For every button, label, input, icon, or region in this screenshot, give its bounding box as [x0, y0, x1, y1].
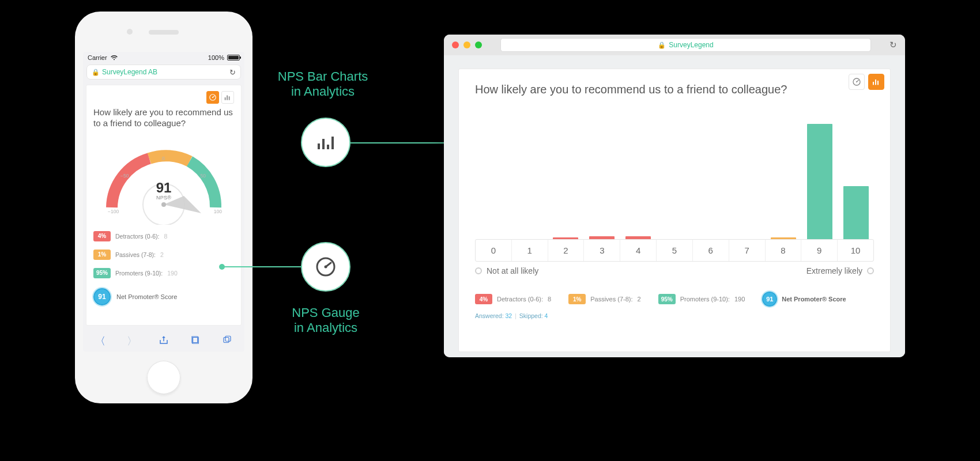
tabs-icon[interactable]	[222, 335, 232, 348]
legend-promoters: 95% Promoters (9-10): 190	[93, 268, 234, 278]
browser-address-bar[interactable]: 🔒 SurveyLegend	[500, 38, 871, 52]
bar	[807, 124, 832, 239]
nps-badge: 91	[93, 288, 111, 305]
passives-count: 2	[638, 296, 641, 303]
gauge-tick: 0	[162, 156, 165, 161]
bar-icon	[224, 93, 232, 101]
svg-rect-3	[227, 96, 228, 100]
detractors-pct-badge: 4%	[93, 231, 111, 241]
promoters-pct-badge: 95%	[93, 268, 111, 278]
phone-screen: Carrier 100% 🔒 SurveyLegend AB ↻	[83, 52, 244, 352]
promoters-label: Promoters (9-10):	[680, 296, 730, 303]
bar-toggle-button[interactable]	[221, 91, 234, 104]
bar-col	[801, 124, 838, 239]
bar-col	[584, 236, 620, 239]
anchor-left: Not at all likely	[487, 266, 538, 275]
promoters-count: 190	[734, 296, 745, 303]
minimize-dot[interactable]	[463, 41, 470, 48]
detractors-pct-badge: 4%	[475, 294, 492, 304]
lock-icon: 🔒	[658, 41, 666, 49]
zoom-dot[interactable]	[475, 41, 482, 48]
question-text: How likely are you to recommend us to a …	[475, 83, 874, 96]
nps-score-label: NPS®	[97, 195, 230, 201]
anchor-right: Extremely likely	[806, 266, 862, 275]
back-icon[interactable]: 〈	[95, 334, 105, 348]
reload-icon[interactable]: ↻	[889, 40, 897, 50]
gauge-tick: −100	[108, 209, 119, 214]
detractors-count: 8	[548, 296, 551, 303]
nps-badge-label: Net Promoter® Score	[782, 296, 846, 303]
svg-rect-8	[224, 337, 229, 342]
axis-tick: 2	[548, 240, 584, 261]
radio-icon	[475, 267, 482, 274]
bar-col	[765, 237, 801, 239]
axis-tick: 0	[476, 240, 511, 261]
gauge-tick: 100	[214, 209, 222, 214]
gauge-icon	[852, 77, 861, 86]
gauge-toggle-button[interactable]	[849, 74, 865, 90]
axis-tick: 8	[765, 240, 801, 261]
bar-col	[548, 237, 584, 239]
promoters-label: Promoters (9-10):	[115, 270, 163, 277]
safari-toolbar: 〈 〉	[83, 328, 244, 352]
svg-rect-9	[225, 336, 231, 341]
nps-badge: 91	[762, 292, 777, 307]
bubble-bar-chart	[301, 118, 350, 167]
nps-badge-label: Net Promoter® Score	[116, 293, 177, 300]
axis-tick: 6	[692, 240, 729, 261]
bar-axis: 012345678910	[475, 239, 874, 262]
gauge-icon	[209, 93, 217, 101]
skipped-count: 4	[545, 312, 548, 319]
axis-tick: 7	[729, 240, 765, 261]
passives-label: Passives (7-8):	[115, 251, 156, 258]
bar	[553, 237, 578, 239]
phone-camera-dot	[127, 29, 133, 35]
radio-icon	[867, 267, 874, 274]
nps-gauge: −100 −50 0 50 100 91 NPS®	[97, 133, 230, 225]
carrier-label: Carrier	[88, 54, 107, 61]
lock-icon: 🔒	[92, 69, 100, 76]
passives-pct-badge: 1%	[568, 294, 586, 304]
legend-passives: 1% Passives (7-8): 2	[93, 250, 234, 260]
reload-icon[interactable]: ↻	[229, 68, 236, 77]
svg-rect-20	[877, 81, 879, 85]
bar	[625, 236, 651, 239]
skipped-label: Skipped:	[519, 312, 543, 319]
nps-summary: 91 Net Promoter® Score	[93, 288, 234, 305]
svg-point-17	[856, 81, 857, 82]
phone-address-bar[interactable]: 🔒 SurveyLegend AB ↻	[86, 65, 241, 80]
svg-rect-13	[331, 137, 334, 149]
scale-anchors: Not at all likely Extremely likely	[475, 266, 874, 275]
axis-tick: 10	[837, 240, 873, 261]
passives-count: 2	[160, 251, 164, 258]
axis-tick: 9	[801, 240, 837, 261]
home-button[interactable]	[147, 361, 180, 394]
gauge-tick: 50	[201, 173, 206, 179]
axis-tick: 4	[620, 240, 656, 261]
share-icon[interactable]	[159, 335, 169, 348]
bar	[589, 236, 615, 239]
svg-point-15	[325, 266, 327, 269]
axis-tick: 5	[656, 240, 692, 261]
close-dot[interactable]	[452, 41, 459, 48]
label-bar-title: NPS Bar Charts in Analytics	[259, 69, 386, 100]
bar-col	[838, 186, 874, 239]
bookmarks-icon[interactable]	[190, 335, 201, 348]
detractors-label: Detractors (0-6):	[115, 233, 159, 240]
wifi-icon	[110, 55, 118, 61]
svg-rect-18	[873, 82, 874, 85]
traffic-lights	[452, 41, 482, 48]
gauge-toggle-button[interactable]	[206, 91, 219, 104]
gauge-icon	[313, 254, 338, 279]
legend-passives: 1% Passives (7-8): 2	[568, 294, 640, 304]
battery-pct: 100%	[208, 54, 224, 61]
battery-icon	[227, 55, 240, 61]
svg-rect-19	[875, 80, 876, 85]
bar-toggle-button[interactable]	[868, 74, 884, 90]
bubble-gauge	[301, 242, 350, 292]
browser-url: SurveyLegend	[669, 41, 713, 49]
phone-statusbar: Carrier 100%	[83, 52, 244, 62]
axis-tick: 1	[511, 240, 548, 261]
bar	[771, 237, 796, 239]
response-counts: Answered: 32 | Skipped: 4	[475, 312, 874, 319]
